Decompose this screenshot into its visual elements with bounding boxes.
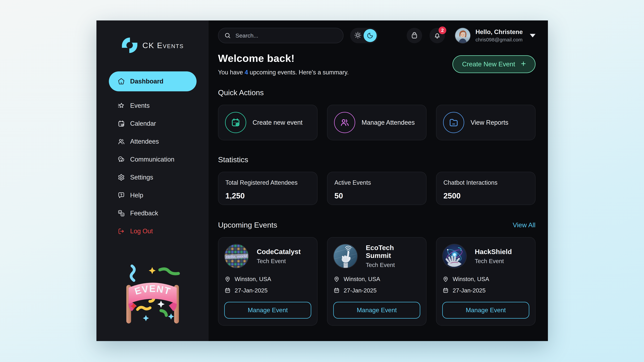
sidebar-item-calendar[interactable]: Calendar <box>96 115 209 133</box>
sidebar-nav: Dashboard Events <box>96 71 209 240</box>
shopping-bag-button[interactable] <box>407 28 422 43</box>
manage-event-button[interactable]: Manage Event <box>333 302 420 319</box>
event-date: 27-Jan-2025 <box>453 287 486 294</box>
search-icon <box>224 32 231 39</box>
folder-reports-icon <box>443 112 464 133</box>
calendar-icon <box>442 287 449 294</box>
sidebar-item-label: Log Out <box>130 228 153 235</box>
upcoming-events-header: Upcoming Events View All <box>218 221 536 229</box>
create-new-event-button[interactable]: Create New Event + <box>452 55 536 73</box>
stat-label: Active Events <box>334 179 419 186</box>
stat-card-total-attendees: Total Registered Attendees 1,250 <box>218 172 318 205</box>
moon-icon <box>366 32 374 39</box>
stat-card-active-events: Active Events 50 <box>327 172 426 205</box>
stat-label: Chatbot Interactions <box>444 179 528 186</box>
welcome-subtitle: You have 4 upcoming events. Here's a sum… <box>218 69 349 76</box>
calendar-icon <box>224 287 231 294</box>
sidebar-item-label: Attendees <box>130 138 159 145</box>
profile-info[interactable]: Hello, Christene chris098@gmail.com <box>476 28 523 42</box>
sidebar-item-logout[interactable]: Log Out <box>96 222 209 240</box>
quick-action-label: View Reports <box>470 119 508 126</box>
sidebar-item-events[interactable]: Events <box>96 97 209 115</box>
greeting-text: Hello, Christene <box>476 28 523 35</box>
event-card-codecatalyst: Hello, world CodeCatalyst Tech Event Win… <box>218 237 318 326</box>
notifications-button[interactable]: 2 <box>430 28 445 43</box>
sidebar-item-help[interactable]: Help <box>96 186 209 204</box>
event-type: Tech Event <box>475 258 512 265</box>
stat-value: 1,250 <box>226 191 310 200</box>
create-new-event-label: Create New Event <box>462 60 515 68</box>
stat-value: 2500 <box>444 191 528 200</box>
stat-card-chatbot-interactions: Chatbot Interactions 2500 <box>436 172 536 205</box>
logout-icon <box>118 227 125 235</box>
dark-mode-moon-toggle[interactable] <box>364 29 377 42</box>
welcome-section: Welcome back! You have 4 upcoming events… <box>218 52 536 76</box>
sidebar-item-label: Events <box>130 102 150 109</box>
view-all-link[interactable]: View All <box>513 221 536 229</box>
statistics-heading: Statistics <box>218 155 536 164</box>
event-location: Winston, USA <box>344 276 380 282</box>
quick-action-manage-attendees[interactable]: Manage Attendees <box>327 105 426 140</box>
stat-value: 50 <box>334 191 419 200</box>
attendees-icon <box>334 112 355 133</box>
sidebar-item-label: Settings <box>130 174 153 181</box>
plus-icon: + <box>521 59 526 69</box>
user-email: chris098@gmail.com <box>476 37 523 42</box>
light-mode-sun-icon[interactable] <box>354 31 362 40</box>
sidebar: CK Events Dashboard Events <box>96 20 209 341</box>
event-date: 27-Jan-2025 <box>344 287 377 294</box>
quick-action-view-reports[interactable]: View Reports <box>436 105 536 140</box>
sidebar-item-settings[interactable]: Settings <box>96 168 209 186</box>
event-location: Winston, USA <box>234 276 271 282</box>
quick-action-create-event[interactable]: Create new event <box>218 105 318 140</box>
gear-icon <box>118 174 125 181</box>
topbar: 2 He <box>218 27 536 43</box>
sidebar-item-label: Help <box>130 192 143 199</box>
sidebar-item-attendees[interactable]: Attendees <box>96 133 209 150</box>
home-icon <box>118 78 125 85</box>
sidebar-item-communication[interactable]: Communication <box>96 150 209 168</box>
manage-event-button[interactable]: Manage Event <box>442 302 529 319</box>
upcoming-count: 4 <box>245 69 248 76</box>
brand-logo-icon <box>122 37 138 53</box>
map-pin-icon <box>333 276 340 282</box>
profile-caret-down-icon[interactable] <box>530 34 536 37</box>
brand-name: CK Events <box>142 41 184 50</box>
user-avatar[interactable] <box>455 27 471 43</box>
manage-event-button[interactable]: Manage Event <box>224 302 311 319</box>
shopping-bag-icon <box>410 32 418 39</box>
sidebar-item-dashboard[interactable]: Dashboard <box>109 71 196 91</box>
stat-label: Total Registered Attendees <box>226 179 310 186</box>
page-title: Welcome back! <box>218 52 349 64</box>
quick-actions-row: Create new event Manage Attendees <box>218 105 536 140</box>
calendar-check-icon <box>118 120 125 128</box>
event-name: EcoTech Summit <box>366 244 420 260</box>
sidebar-item-label: Feedback <box>130 210 158 217</box>
upcoming-events-heading: Upcoming Events <box>218 221 277 229</box>
event-thumbnail-code: Hello, world <box>224 244 249 268</box>
brand-logo: CK Events <box>122 37 209 53</box>
search-input[interactable] <box>235 32 338 39</box>
search-bar[interactable] <box>218 28 344 43</box>
event-type: Tech Event <box>257 258 301 265</box>
sidebar-item-feedback[interactable]: Feedback <box>96 204 209 222</box>
sidebar-item-label: Dashboard <box>130 78 163 85</box>
statistics-row: Total Registered Attendees 1,250 Active … <box>218 172 536 205</box>
event-date: 27-Jan-2025 <box>234 287 268 294</box>
star-icon <box>118 102 125 110</box>
main-content: 2 He <box>209 20 548 341</box>
upcoming-events-row: Hello, world CodeCatalyst Tech Event Win… <box>218 237 536 326</box>
users-icon <box>118 138 125 145</box>
event-banner-illustration: EVENT <box>96 261 209 329</box>
help-bubble-icon <box>118 192 125 199</box>
sidebar-item-label: Communication <box>130 156 174 163</box>
notification-badge: 2 <box>438 26 446 34</box>
feedback-faces-icon <box>118 210 125 217</box>
quick-actions-heading: Quick Actions <box>218 88 536 97</box>
theme-toggle[interactable] <box>350 28 378 43</box>
event-location: Winston, USA <box>453 276 489 282</box>
chat-bubbles-icon <box>118 156 125 163</box>
event-name: HackShield <box>475 248 512 256</box>
map-pin-icon <box>442 276 449 282</box>
quick-action-label: Create new event <box>252 119 302 126</box>
